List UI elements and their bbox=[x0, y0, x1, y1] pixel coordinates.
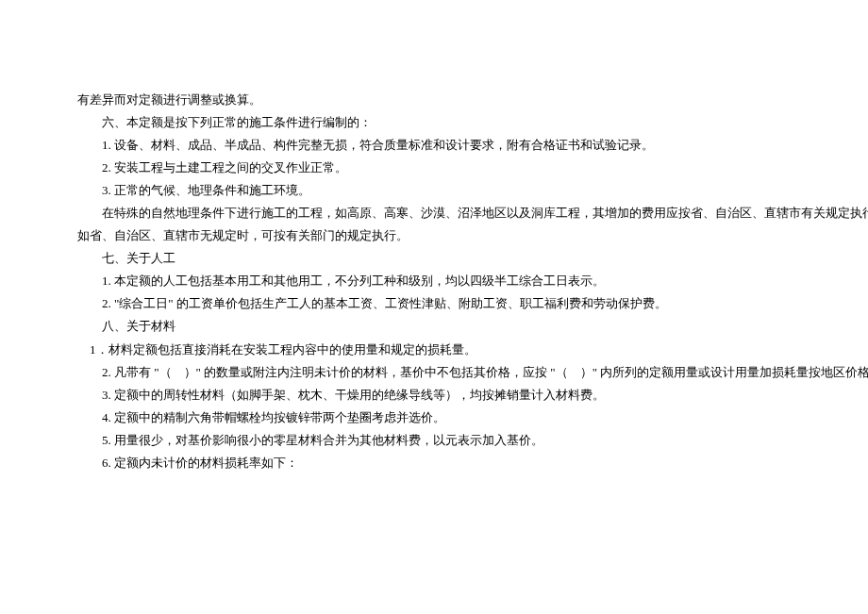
text-line: 1. 设备、材料、成品、半成品、构件完整无损，符合质量标准和设计要求，附有合格证… bbox=[77, 134, 791, 157]
text-line: 3. 正常的气候、地理条件和施工环境。 bbox=[77, 179, 791, 202]
text-line: 1. 本定额的人工包括基本用工和其他用工，不分列工种和级别，均以四级半工综合工日… bbox=[77, 270, 791, 292]
text-line: 5. 用量很少，对基价影响很小的零星材料合并为其他材料费，以元表示加入基价。 bbox=[77, 429, 791, 452]
text-line: 1．材料定额包括直接消耗在安装工程内容中的使用量和规定的损耗量。 bbox=[77, 339, 791, 361]
document-page: 有差异而对定额进行调整或换算。 六、本定额是按下列正常的施工条件进行编制的： 1… bbox=[0, 0, 868, 474]
text-line: 2. "综合工日" 的工资单价包括生产工人的基本工资、工资性津贴、附助工资、职工… bbox=[77, 292, 791, 315]
text-line: 2. 凡带有 "（ ）" 的数量或附注内注明未计价的材料，基价中不包括其价格，应… bbox=[77, 361, 791, 384]
text-line: 如省、自治区、直辖市无规定时，可按有关部门的规定执行。 bbox=[77, 224, 791, 247]
text-line: 七、关于人工 bbox=[77, 247, 791, 270]
text-line: 4. 定额中的精制六角带帽螺栓均按镀锌带两个垫圈考虑并选价。 bbox=[77, 407, 791, 429]
text-line: 3. 定额中的周转性材料（如脚手架、枕木、干燥用的绝缘导线等），均按摊销量计入材… bbox=[77, 384, 791, 407]
text-line: 6. 定额内未计价的材料损耗率如下： bbox=[77, 452, 791, 474]
text-line: 有差异而对定额进行调整或换算。 bbox=[77, 89, 791, 111]
text-line: 在特殊的自然地理条件下进行施工的工程，如高原、高寒、沙漠、沼泽地区以及洞库工程，… bbox=[77, 202, 791, 224]
text-line: 八、关于材料 bbox=[77, 315, 791, 338]
text-line: 2. 安装工程与土建工程之间的交叉作业正常。 bbox=[77, 157, 791, 179]
text-line: 六、本定额是按下列正常的施工条件进行编制的： bbox=[77, 111, 791, 134]
